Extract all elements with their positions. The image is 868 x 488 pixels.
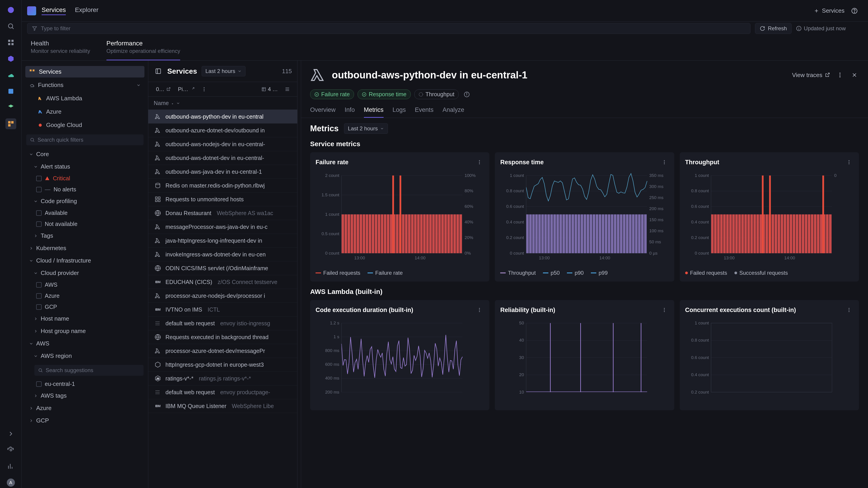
- check-azure[interactable]: Azure: [25, 291, 145, 300]
- card-more-icon[interactable]: [844, 305, 854, 315]
- search-quick-filters[interactable]: Search quick filters: [26, 134, 144, 145]
- group-alert-status[interactable]: Alert status: [25, 161, 145, 172]
- service-row[interactable]: outbound-azure-dotnet-dev/outbound in: [148, 124, 297, 137]
- checkbox[interactable]: [36, 210, 41, 216]
- service-row[interactable]: java-httpIngress-long-infrequent-dev in: [148, 234, 297, 248]
- sidebar-item-gcloud[interactable]: Google Cloud: [25, 119, 145, 131]
- service-row[interactable]: outbound-aws-dotnet-dev in eu-central-: [148, 151, 297, 165]
- group-cloud-provider[interactable]: Cloud provider: [25, 268, 145, 278]
- check-not-available[interactable]: Not available: [25, 219, 145, 229]
- group-tags[interactable]: Tags: [25, 230, 145, 241]
- card-more-icon[interactable]: [844, 158, 854, 167]
- group-azure[interactable]: Azure: [25, 403, 145, 414]
- checkbox[interactable]: [36, 176, 41, 181]
- group-aws[interactable]: AWS: [25, 338, 145, 349]
- checkbox[interactable]: [36, 282, 41, 288]
- search-suggestions[interactable]: Search suggestions: [34, 365, 144, 376]
- add-services-button[interactable]: Services: [814, 7, 844, 14]
- service-row[interactable]: IBMEDUCHAN (CICS)z/OS Connect testserve: [148, 275, 297, 289]
- checkbox[interactable]: [36, 187, 41, 192]
- service-row[interactable]: outbound-aws-python-dev in eu-central: [148, 110, 297, 124]
- timerange-dropdown[interactable]: Last 2 hours: [202, 66, 246, 76]
- group-kubernetes[interactable]: Kubernetes: [25, 243, 145, 254]
- chart-area[interactable]: 2 count1.5 count1 count0.5 count0 count1…: [315, 171, 484, 266]
- tool-pin[interactable]: Pi…: [176, 85, 197, 94]
- tool-columns[interactable]: 4 …: [259, 85, 280, 94]
- service-row[interactable]: invokeIngress-aws-dotnet-dev in eu-cen: [148, 248, 297, 261]
- service-row[interactable]: ODIN CICS/IMS servlet (/OdinMainframe: [148, 261, 297, 275]
- tab-performance[interactable]: Performance Optimize operational efficie…: [106, 40, 180, 60]
- more-options-icon[interactable]: [835, 70, 844, 79]
- service-row[interactable]: outbound-aws-java-dev in eu-central-1: [148, 165, 297, 179]
- refresh-button[interactable]: Refresh: [755, 23, 792, 34]
- sidebar-item-aws-lambda[interactable]: AWS Lambda: [25, 93, 145, 104]
- more-icon[interactable]: [199, 85, 209, 94]
- group-code-profiling[interactable]: Code profiling: [25, 196, 145, 206]
- filter-input[interactable]: Type to filter: [27, 23, 750, 34]
- metrics-timerange-dropdown[interactable]: Last 2 hours: [344, 123, 388, 134]
- chip-response-time[interactable]: Response time: [358, 90, 411, 99]
- chart-area[interactable]: 1 count0.8 count0.6 count0.4 count0.2 co…: [685, 319, 854, 405]
- detail-tab-overview[interactable]: Overview: [310, 103, 336, 118]
- card-more-icon[interactable]: [475, 158, 484, 167]
- sidebar-item-azure[interactable]: Azure: [25, 106, 145, 118]
- detail-tab-metrics[interactable]: Metrics: [364, 103, 383, 118]
- card-more-icon[interactable]: [475, 305, 484, 315]
- check-no-alerts[interactable]: —No alerts: [25, 185, 145, 194]
- check-eu-central[interactable]: eu-central-1: [25, 379, 145, 389]
- service-row[interactable]: JSratings-v*-*ratings.js ratings-v*-*: [148, 372, 297, 385]
- service-row[interactable]: httpIngress-gcp-dotnet in europe-west3: [148, 358, 297, 372]
- rail-chart-icon[interactable]: [5, 461, 16, 472]
- close-icon[interactable]: [850, 70, 859, 79]
- collapse-sidebar-button[interactable]: [154, 67, 163, 76]
- rail-box-icon[interactable]: [5, 53, 16, 64]
- service-row[interactable]: Redis on master.redis-odin-python.rlbwj: [148, 179, 297, 193]
- detail-tab-analyze[interactable]: Analyze: [442, 103, 464, 118]
- checkbox[interactable]: [36, 304, 41, 310]
- rail-grid-icon[interactable]: [5, 86, 16, 97]
- detail-tab-logs[interactable]: Logs: [393, 103, 406, 118]
- group-gcp[interactable]: GCP: [25, 415, 145, 426]
- group-host-group[interactable]: Host group name: [25, 326, 145, 336]
- service-row[interactable]: processor-azure-dotnet-dev/messagePr: [148, 344, 297, 358]
- rail-services-icon[interactable]: [5, 119, 16, 129]
- chip-throughput[interactable]: Throughput: [414, 90, 459, 99]
- check-critical[interactable]: Critical: [25, 174, 145, 183]
- checkbox[interactable]: [36, 381, 41, 387]
- view-traces-button[interactable]: View traces: [792, 72, 830, 78]
- chart-area[interactable]: 1.2 s1 s800 ms600 ms400 ms200 ms: [315, 319, 484, 405]
- topbar-tab-explorer[interactable]: Explorer: [75, 6, 98, 15]
- service-row[interactable]: IBMIVTNO on IMSICTL: [148, 303, 297, 317]
- topbar-tab-services[interactable]: Services: [41, 6, 66, 15]
- service-row[interactable]: processor-azure-nodejs-dev/processor i: [148, 289, 297, 303]
- detail-tab-events[interactable]: Events: [415, 103, 434, 118]
- service-row[interactable]: Requests executed in background thread: [148, 330, 297, 344]
- service-row[interactable]: IBMIBM MQ Queue ListenerWebSphere Libe: [148, 399, 297, 413]
- resize-handle[interactable]: [298, 61, 301, 488]
- settings-icon[interactable]: [283, 85, 292, 94]
- group-aws-tags[interactable]: AWS tags: [25, 390, 145, 401]
- detail-tab-info[interactable]: Info: [345, 103, 355, 118]
- chart-area[interactable]: 1 count0.8 count0.6 count0.4 count0.2 co…: [685, 171, 854, 266]
- rail-cube-icon[interactable]: [5, 102, 16, 113]
- tool-open[interactable]: 0…: [154, 85, 173, 94]
- sidebar-item-services[interactable]: Services: [25, 66, 145, 77]
- rail-logo[interactable]: [5, 4, 16, 15]
- rail-settings-icon[interactable]: [5, 445, 16, 455]
- info-icon[interactable]: [462, 90, 471, 99]
- service-row[interactable]: outbound-aws-nodejs-dev in eu-central-: [148, 137, 297, 151]
- check-aws[interactable]: AWS: [25, 280, 145, 289]
- tab-health[interactable]: Health Monitor service reliability: [31, 40, 90, 60]
- chart-area[interactable]: 1 count0.8 count0.6 count0.4 count0.2 co…: [500, 171, 669, 266]
- chip-failure-rate[interactable]: Failure rate: [310, 90, 354, 99]
- column-header-name[interactable]: Name: [148, 97, 297, 110]
- service-row[interactable]: Donau RestaurantWebSphere AS wa1ac: [148, 206, 297, 220]
- rail-search-icon[interactable]: [5, 21, 16, 32]
- group-cloud-infra[interactable]: Cloud / Infrastructure: [25, 255, 145, 266]
- service-row[interactable]: messageProcessor-aws-java-dev in eu-c: [148, 220, 297, 234]
- card-more-icon[interactable]: [660, 305, 669, 315]
- help-icon[interactable]: [850, 6, 859, 15]
- checkbox[interactable]: [36, 221, 41, 227]
- rail-expand-icon[interactable]: [5, 428, 16, 439]
- service-row[interactable]: default web requestenvoy istio-ingressg: [148, 317, 297, 330]
